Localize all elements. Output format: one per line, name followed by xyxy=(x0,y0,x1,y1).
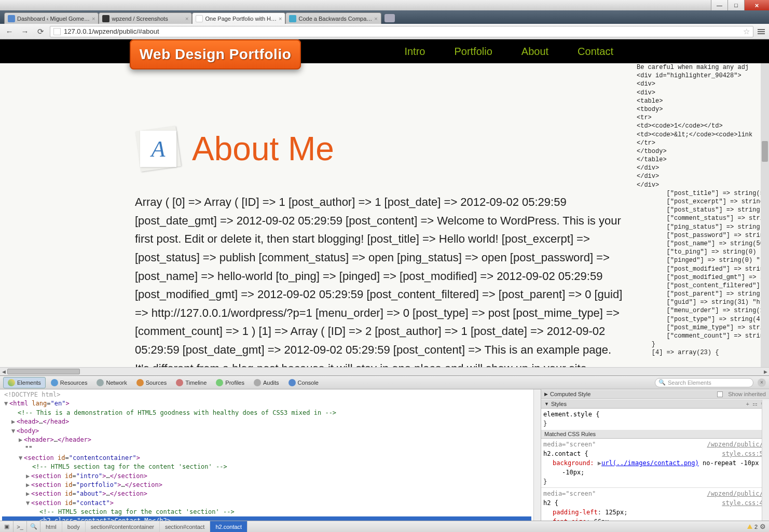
devtools-tab-resources[interactable]: Resources xyxy=(47,377,92,388)
window-titlebar: — □ × xyxy=(0,0,769,10)
style-rule[interactable]: media="screen"/wpzend/public/# h2 {style… xyxy=(541,487,769,521)
devtools-close-button[interactable]: × xyxy=(758,379,766,387)
bookmark-icon[interactable]: ☆ xyxy=(743,27,750,36)
favicon-icon xyxy=(196,15,203,22)
scroll-thumb[interactable] xyxy=(7,369,80,374)
inspect-button[interactable]: 🔍 xyxy=(27,521,40,532)
about-heading: About Me xyxy=(192,130,334,168)
url-text: 127.0.0.1/wpzend/public/#about xyxy=(64,27,159,35)
minimize-button[interactable]: — xyxy=(711,0,727,10)
scroll-right-icon[interactable]: ▶ xyxy=(762,368,769,375)
devtools-tab-sources[interactable]: Sources xyxy=(132,377,171,388)
nav-portfolio[interactable]: Portfolio xyxy=(454,46,492,58)
devtools-statusbar: ▣ >_ 🔍 html body section#contentcontaine… xyxy=(0,521,769,532)
close-button[interactable]: × xyxy=(744,0,769,10)
breadcrumb[interactable]: html xyxy=(40,521,62,532)
favicon-icon xyxy=(289,15,296,22)
back-button[interactable]: ← xyxy=(3,25,16,38)
browser-tab[interactable]: Code a Backwards Compa… × xyxy=(285,12,381,24)
tab-title: Code a Backwards Compa… xyxy=(298,16,372,22)
style-rule[interactable]: element.style { } xyxy=(541,409,769,429)
devtools-search-input[interactable]: 🔍 Search Elements xyxy=(655,378,753,387)
styles-header[interactable]: ▼Styles+⚏⚙ xyxy=(541,399,769,409)
source-link[interactable]: /wpzend/public/# xyxy=(707,440,767,449)
browser-tab[interactable]: wpzend / Screenshots × xyxy=(99,12,192,24)
devtools-toolbar: Elements Resources Network Sources Timel… xyxy=(0,376,769,389)
nav-contact[interactable]: Contact xyxy=(578,46,613,58)
reload-button[interactable]: ⟳ xyxy=(34,25,47,38)
new-tab-button[interactable] xyxy=(384,14,395,22)
favicon-icon xyxy=(8,15,15,22)
warning-icon[interactable] xyxy=(747,524,752,529)
source-link[interactable]: /wpzend/public/# xyxy=(707,489,767,498)
add-rule-icon[interactable]: + xyxy=(746,401,749,407)
elements-scrollbar[interactable] xyxy=(533,389,541,521)
nav-about[interactable]: About xyxy=(521,46,548,58)
show-inherited-checkbox[interactable] xyxy=(717,391,723,397)
tab-close-icon[interactable]: × xyxy=(374,16,377,22)
maximize-button[interactable]: □ xyxy=(727,0,744,10)
about-icon xyxy=(135,125,182,172)
console-toggle-button[interactable]: >_ xyxy=(13,521,27,532)
about-body-text: Array ( [0] => Array ( [ID] => 1 [post_a… xyxy=(135,193,626,367)
toggle-states-icon[interactable]: ⚏ xyxy=(752,400,758,407)
address-bar[interactable]: 127.0.0.1/wpzend/public/#about ☆ xyxy=(50,26,753,37)
page-icon xyxy=(53,28,61,35)
devtools-tab-console[interactable]: Console xyxy=(284,377,323,388)
style-rule[interactable]: media="screen"/wpzend/public/# h2.contac… xyxy=(541,439,769,487)
tab-title: One Page Portfolio with H… xyxy=(205,16,277,22)
tab-title: wpzend / Screenshots xyxy=(112,16,183,22)
tab-close-icon[interactable]: × xyxy=(92,16,95,22)
url-bar: ← → ⟳ 127.0.0.1/wpzend/public/#about ☆ xyxy=(0,24,769,39)
devtools-panel: Elements Resources Network Sources Timel… xyxy=(0,375,769,532)
tab-close-icon[interactable]: × xyxy=(279,16,282,22)
tab-close-icon[interactable]: × xyxy=(185,16,188,22)
breadcrumb[interactable]: h2.contact xyxy=(210,521,248,532)
site-logo[interactable]: Web Design Portfolio xyxy=(130,39,301,69)
elements-tree[interactable]: <!DOCTYPE html> ▼<html lang="en"> <!-- T… xyxy=(0,389,533,521)
breadcrumb[interactable]: body xyxy=(62,521,86,532)
browser-tab[interactable]: One Page Portfolio with H… × xyxy=(192,12,285,24)
settings-icon[interactable]: ⚙ xyxy=(760,523,766,530)
vertical-scrollbar[interactable] xyxy=(761,63,769,367)
site-nav: Intro Portfolio About Contact xyxy=(404,46,769,58)
horizontal-scrollbar[interactable]: ◀ ▶ xyxy=(0,367,769,375)
matched-rules-header: Matched CSS Rules xyxy=(541,429,769,439)
dock-button[interactable]: ▣ xyxy=(0,521,13,532)
debug-overlay: Be careful when making any adj <div id="… xyxy=(637,63,769,367)
wrench-menu-button[interactable] xyxy=(757,29,766,34)
favicon-icon xyxy=(102,15,109,22)
browser-window: — □ × Dashboard ‹ Miguel Gome… × wpzend … xyxy=(0,0,769,532)
forward-button[interactable]: → xyxy=(19,25,31,38)
styles-pane: ▶Computed StyleShow inherited ▼Styles+⚏⚙… xyxy=(541,389,769,521)
devtools-tab-profiles[interactable]: Profiles xyxy=(212,377,249,388)
browser-tabbar: Dashboard ‹ Miguel Gome… × wpzend / Scre… xyxy=(0,10,769,24)
devtools-tab-network[interactable]: Network xyxy=(92,377,131,388)
selected-element[interactable]: <h2 class="contact">Contact Me</h2> xyxy=(2,516,531,521)
breadcrumb[interactable]: section#contentcontainer xyxy=(86,521,160,532)
source-link[interactable]: style.css:54 xyxy=(722,449,767,458)
breadcrumb[interactable]: section#contact xyxy=(160,521,210,532)
computed-style-header[interactable]: ▶Computed StyleShow inherited xyxy=(541,389,769,399)
warning-count: 2 xyxy=(754,524,758,530)
scroll-left-icon[interactable]: ◀ xyxy=(0,368,7,375)
browser-tab[interactable]: Dashboard ‹ Miguel Gome… × xyxy=(4,12,99,24)
page-viewport: Web Design Portfolio Intro Portfolio Abo… xyxy=(0,39,769,375)
devtools-tab-elements[interactable]: Elements xyxy=(3,377,46,388)
nav-intro[interactable]: Intro xyxy=(404,46,425,58)
tab-title: Dashboard ‹ Miguel Gome… xyxy=(17,16,90,22)
devtools-tab-audits[interactable]: Audits xyxy=(250,377,283,388)
styles-scrollbar[interactable] xyxy=(762,400,769,521)
site-header: Web Design Portfolio Intro Portfolio Abo… xyxy=(0,39,769,63)
devtools-tab-timeline[interactable]: Timeline xyxy=(172,377,211,388)
source-link[interactable]: style.css:48 xyxy=(722,498,767,508)
